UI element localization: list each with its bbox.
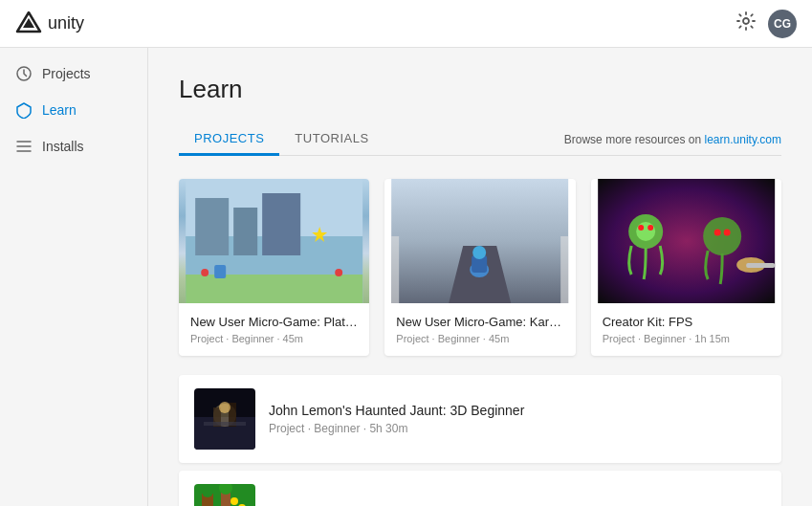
sidebar: Projects Learn Installs (0, 48, 148, 506)
layout: Projects Learn Installs Learn (0, 48, 812, 506)
card-meta-platformer: Project · Beginner · 45m (190, 333, 358, 344)
list-item-ruby[interactable]: Ruby's Adventure: 2D Beginner ✓ DOWNLOAD… (179, 471, 781, 506)
svg-point-26 (647, 225, 653, 231)
card-title-kart: New User Micro-Game: Karti... (396, 315, 563, 329)
logo-text: unity (48, 13, 84, 33)
tabs: PROJECTS TUTORIALS (179, 123, 384, 155)
card-kart[interactable]: New User Micro-Game: Karti... Project · … (384, 179, 575, 356)
svg-point-24 (636, 222, 655, 241)
svg-point-29 (723, 230, 730, 236)
card-body-fps: Creator Kit: FPS Project · Beginner · 1h… (591, 303, 781, 356)
tabs-row: PROJECTS TUTORIALS Browse more resources… (179, 123, 781, 156)
svg-point-38 (219, 402, 230, 413)
sidebar-item-learn[interactable]: Learn (0, 92, 147, 128)
svg-point-0 (743, 18, 749, 24)
projects-icon (15, 65, 33, 82)
tab-tutorials[interactable]: TUTORIALS (279, 123, 384, 156)
svg-rect-9 (262, 193, 300, 255)
svg-rect-18 (560, 236, 568, 303)
card-meta-fps: Project · Beginner · 1h 15m (603, 333, 770, 344)
list-item-john-lemon[interactable]: John Lemon's Haunted Jaunt: 3D Beginner … (179, 375, 781, 463)
learn-unity-link[interactable]: learn.unity.com (705, 133, 781, 146)
card-thumb-platformer (179, 179, 369, 303)
sidebar-item-learn-label: Learn (42, 102, 77, 118)
thumb-platformer-img (179, 179, 369, 303)
sidebar-item-installs-label: Installs (42, 139, 84, 154)
svg-point-14 (335, 269, 342, 276)
svg-point-43 (202, 486, 213, 497)
learn-icon (15, 101, 33, 119)
card-thumb-kart (384, 179, 575, 303)
installs-icon (15, 138, 33, 155)
svg-point-28 (713, 230, 720, 236)
card-title-fps: Creator Kit: FPS (603, 315, 770, 329)
topbar-left: unity (15, 11, 84, 37)
cards-grid: New User Micro-Game: Platf... Project · … (179, 179, 781, 356)
page-title: Learn (179, 75, 781, 104)
topbar-right: CG (735, 10, 797, 38)
svg-rect-17 (391, 236, 399, 303)
list-thumb-ruby (194, 484, 255, 506)
topbar: unity CG (0, 0, 812, 48)
svg-rect-37 (204, 422, 246, 426)
sidebar-item-installs[interactable]: Installs (0, 128, 147, 165)
svg-point-13 (201, 269, 208, 276)
main-content: Learn PROJECTS TUTORIALS Browse more res… (148, 48, 812, 506)
unity-logo-icon (15, 11, 42, 37)
svg-rect-31 (746, 263, 775, 268)
list-meta-john-lemon: Project · Beginner · 5h 30m (269, 422, 766, 435)
card-fps[interactable]: Creator Kit: FPS Project · Beginner · 1h… (591, 179, 781, 356)
svg-rect-10 (186, 275, 362, 303)
card-meta-kart: Project · Beginner · 45m (396, 333, 563, 344)
card-platformer[interactable]: New User Micro-Game: Platf... Project · … (179, 179, 369, 356)
svg-rect-7 (195, 198, 229, 255)
svg-rect-8 (233, 208, 257, 255)
svg-point-21 (472, 246, 486, 259)
list-title-john-lemon: John Lemon's Haunted Jaunt: 3D Beginner (269, 403, 766, 418)
sidebar-item-projects-label: Projects (42, 66, 91, 81)
svg-point-27 (703, 217, 741, 255)
svg-rect-11 (214, 265, 226, 278)
settings-icon[interactable] (735, 11, 757, 36)
svg-rect-22 (598, 179, 775, 303)
browse-link: Browse more resources on learn.unity.com (564, 133, 781, 146)
card-title-platformer: New User Micro-Game: Platf... (190, 315, 358, 329)
card-body-kart: New User Micro-Game: Karti... Project · … (384, 303, 575, 356)
card-body-platformer: New User Micro-Game: Platf... Project · … (179, 303, 369, 356)
avatar[interactable]: CG (768, 10, 797, 38)
unity-logo: unity (15, 11, 84, 37)
list-info-john-lemon: John Lemon's Haunted Jaunt: 3D Beginner … (269, 403, 766, 435)
list-thumb-john-lemon (194, 388, 255, 450)
card-thumb-fps (591, 179, 781, 303)
svg-point-48 (230, 497, 238, 505)
svg-point-25 (638, 225, 644, 231)
tab-projects[interactable]: PROJECTS (179, 123, 279, 156)
sidebar-item-projects[interactable]: Projects (0, 55, 147, 92)
